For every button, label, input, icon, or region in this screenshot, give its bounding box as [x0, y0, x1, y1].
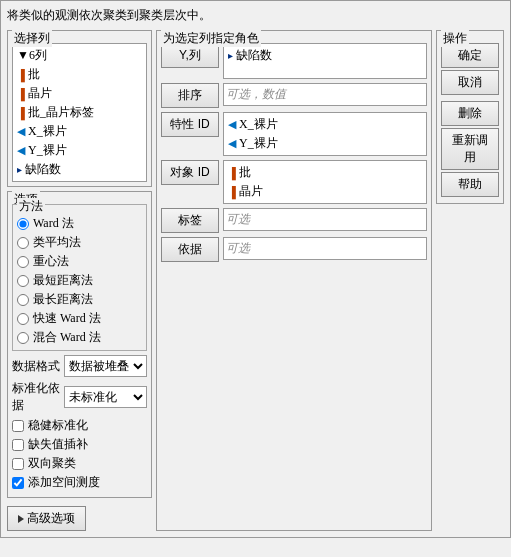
actions-label: 操作 [441, 30, 469, 47]
data-format-label: 数据格式 [12, 358, 60, 375]
role-sort-row: 排序 可选，数值 [161, 83, 427, 108]
checkbox-robust[interactable]: 稳健标准化 [12, 417, 147, 434]
advanced-btn-label: 高级选项 [27, 510, 75, 527]
role-y-col-row: Y,列 ▸ 缺陷数 [161, 43, 427, 79]
data-format-select[interactable]: 数据被堆叠 数据未堆叠 [64, 355, 147, 377]
list-item[interactable]: ▐ 批_晶片标签 [15, 103, 144, 122]
role-object-id-row: 对象 ID ▐ 批 ▐ 晶片 [161, 160, 427, 204]
normalize-row: 标准化依据 未标准化 标准化 [12, 380, 147, 414]
method-min-radio[interactable] [17, 275, 29, 287]
checkbox-bicluster[interactable]: 双向聚类 [12, 455, 147, 472]
right-panel: 操作 确定 取消 删除 重新调用 帮助 [436, 30, 504, 531]
role-feature-id-list[interactable]: ◀ X_裸片 ◀ Y_裸片 [223, 112, 427, 156]
method-centroid-radio[interactable] [17, 256, 29, 268]
bar-icon: ▐ [17, 88, 25, 100]
content-area: 选择列 ▼6列 ▐ 批 ▐ 晶片 ▐ 批_晶片标签 [7, 30, 504, 531]
middle-panel: 为选定列指定角色 Y,列 ▸ 缺陷数 排序 可选，数值 [156, 30, 432, 531]
method-subgroup: 方法 Ward 法 类平均法 重心法 最短距离法 [12, 204, 147, 351]
col-header-item[interactable]: ▼6列 [15, 46, 144, 65]
recall-button[interactable]: 重新调用 [441, 128, 499, 170]
method-ward[interactable]: Ward 法 [17, 215, 142, 232]
actions-group: 操作 确定 取消 删除 重新调用 帮助 [436, 30, 504, 204]
checkbox-bicluster-input[interactable] [12, 458, 24, 470]
method-ward-fast[interactable]: 快速 Ward 法 [17, 310, 142, 327]
line-icon: ◀ [17, 125, 25, 138]
help-button[interactable]: 帮助 [441, 172, 499, 197]
method-ward-mix[interactable]: 混合 Ward 法 [17, 329, 142, 346]
data-format-row: 数据格式 数据被堆叠 数据未堆叠 [12, 355, 147, 377]
assign-role-group: 为选定列指定角色 Y,列 ▸ 缺陷数 排序 可选，数值 [156, 30, 432, 531]
role-sort-button[interactable]: 排序 [161, 83, 219, 108]
col-label: 批 [28, 66, 40, 83]
checkbox-spatial[interactable]: 添加空间测度 [12, 474, 147, 491]
method-avg[interactable]: 类平均法 [17, 234, 142, 251]
method-centroid[interactable]: 重心法 [17, 253, 142, 270]
role-y-col-list[interactable]: ▸ 缺陷数 [223, 43, 427, 79]
normalize-select[interactable]: 未标准化 标准化 [64, 386, 147, 408]
bar-icon: ▐ [228, 186, 236, 198]
advanced-options-button[interactable]: 高级选项 [7, 506, 86, 531]
column-list[interactable]: ▼6列 ▐ 批 ▐ 晶片 ▐ 批_晶片标签 ◀ [12, 43, 147, 182]
list-item[interactable]: ◀ X_裸片 [15, 122, 144, 141]
role-by-button[interactable]: 依据 [161, 237, 219, 262]
method-label: 方法 [17, 198, 45, 215]
role-object-id-list[interactable]: ▐ 批 ▐ 晶片 [223, 160, 427, 204]
checkbox-missing-input[interactable] [12, 439, 24, 451]
list-item[interactable]: ◀ Y_裸片 [15, 141, 144, 160]
list-item[interactable]: ◀ Y_裸片 [226, 134, 424, 153]
method-min[interactable]: 最短距离法 [17, 272, 142, 289]
main-dialog: 将类似的观测依次聚类到聚类层次中。 选择列 ▼6列 ▐ 批 ▐ 晶片 [0, 0, 511, 538]
role-feature-id-row: 特性 ID ◀ X_裸片 ◀ Y_裸片 [161, 112, 427, 156]
col-label: X_裸片 [28, 123, 67, 140]
method-max[interactable]: 最长距离法 [17, 291, 142, 308]
role-feature-id-button[interactable]: 特性 ID [161, 112, 219, 137]
checkbox-spatial-input[interactable] [12, 477, 24, 489]
col-header-text: ▼6列 [17, 47, 47, 64]
method-max-radio[interactable] [17, 294, 29, 306]
role-by-row: 依据 可选 [161, 237, 427, 262]
col-label: Y_裸片 [28, 142, 67, 159]
method-ward-fast-radio[interactable] [17, 313, 29, 325]
line-icon: ◀ [228, 137, 236, 150]
list-item[interactable]: ▐ 批 [226, 163, 424, 182]
role-label-row: 标签 可选 [161, 208, 427, 233]
list-item[interactable]: ▸ 缺陷数 [15, 160, 144, 179]
list-item[interactable]: ▐ 晶片 [226, 182, 424, 201]
role-by-list[interactable]: 可选 [223, 237, 427, 260]
advanced-btn-row: 高级选项 [7, 506, 152, 531]
list-item[interactable]: ◀ X_裸片 [226, 115, 424, 134]
triangle-icon [18, 515, 24, 523]
select-col-group: 选择列 ▼6列 ▐ 批 ▐ 晶片 ▐ 批_晶片标签 [7, 30, 152, 187]
normalize-label: 标准化依据 [12, 380, 60, 414]
bar-tag-icon: ▐ [17, 107, 25, 119]
list-item[interactable]: ▐ 晶片 [15, 84, 144, 103]
cancel-button[interactable]: 取消 [441, 70, 499, 95]
col-label: 缺陷数 [25, 161, 61, 178]
role-object-id-button[interactable]: 对象 ID [161, 160, 219, 185]
select-col-label: 选择列 [12, 30, 52, 47]
checkbox-robust-input[interactable] [12, 420, 24, 432]
role-sort-list[interactable]: 可选，数值 [223, 83, 427, 106]
assign-role-label: 为选定列指定角色 [161, 30, 261, 47]
bar-icon: ▐ [17, 69, 25, 81]
role-label-button[interactable]: 标签 [161, 208, 219, 233]
list-item[interactable]: ▐ 批 [15, 65, 144, 84]
line-icon: ◀ [17, 144, 25, 157]
delete-button[interactable]: 删除 [441, 101, 499, 126]
line-icon: ◀ [228, 118, 236, 131]
dot-icon: ▸ [17, 164, 22, 175]
checkbox-missing[interactable]: 缺失值插补 [12, 436, 147, 453]
method-ward-mix-radio[interactable] [17, 332, 29, 344]
left-panel: 选择列 ▼6列 ▐ 批 ▐ 晶片 ▐ 批_晶片标签 [7, 30, 152, 531]
dot-icon: ▸ [228, 50, 233, 61]
method-radio-group: Ward 法 类平均法 重心法 最短距离法 最长距离法 [17, 215, 142, 346]
list-item[interactable]: ▸ 缺陷数 [226, 46, 424, 65]
options-group: 选项 方法 Ward 法 类平均法 重心法 [7, 191, 152, 498]
method-avg-radio[interactable] [17, 237, 29, 249]
method-ward-radio[interactable] [17, 218, 29, 230]
col-label: 晶片 [28, 85, 52, 102]
bar-icon: ▐ [228, 167, 236, 179]
role-label-list[interactable]: 可选 [223, 208, 427, 231]
dialog-title: 将类似的观测依次聚类到聚类层次中。 [7, 7, 504, 24]
col-label: 批_晶片标签 [28, 104, 94, 121]
